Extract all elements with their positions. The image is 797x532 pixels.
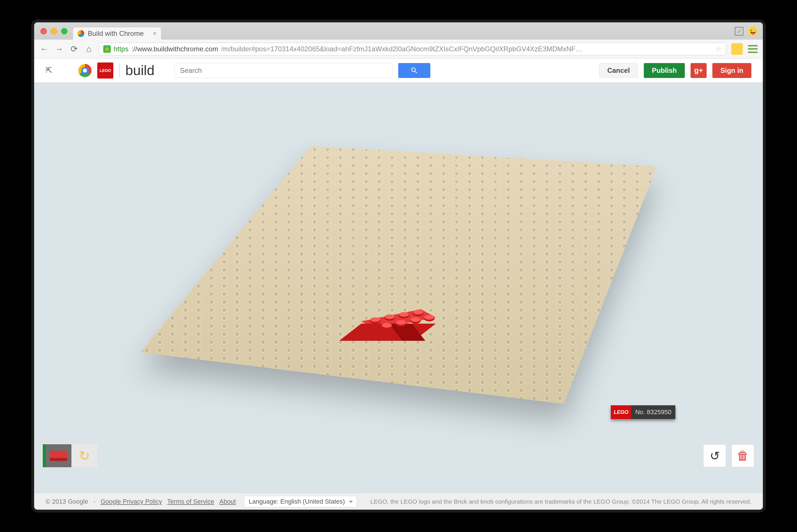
browser-tabstrip: Build with Chrome × ⤢ 😜 [34,22,763,40]
extension-lastpass-icon[interactable] [731,43,743,55]
footer-about-link[interactable]: About [219,498,236,505]
rotate-brick-button[interactable]: ↻ [71,444,97,467]
search-button[interactable] [398,63,430,78]
build-canvas[interactable]: LEGO No. 8325950 ↻ ↺ 🗑 [34,82,763,493]
cancel-button[interactable]: Cancel [599,63,638,78]
brick-icon [50,451,67,461]
footer-dash: - [93,498,95,505]
nav-back-icon[interactable]: ← [39,44,49,54]
google-plus-button[interactable]: g+ [691,63,707,78]
window-minimize-icon[interactable] [51,28,57,34]
plate-number-badge: LEGO No. 8325950 [611,405,675,419]
browser-tab[interactable]: Build with Chrome × [73,27,162,40]
bookmark-star-icon[interactable]: ☆ [716,45,722,53]
footer-copyright: © 2013 Google [46,498,88,505]
url-bar[interactable]: 🔒 https ://www.buildwithchrome.com /m/bu… [99,43,726,55]
baseplate-studs [140,146,657,404]
window-close-icon[interactable] [40,28,47,34]
canvas-controls: ↺ 🗑 [703,444,754,467]
fullscreen-icon[interactable]: ⤢ [735,27,743,36]
selected-brick-button[interactable] [46,444,71,467]
extension-emoji-icon[interactable]: 😜 [748,26,758,36]
app-header: ⇱ LEGO build Cancel Publish g+ Sign in [34,58,763,82]
sign-in-button[interactable]: Sign in [712,63,751,78]
history-button[interactable]: ↺ [703,444,726,467]
lock-icon: 🔒 [103,45,111,53]
delete-button[interactable]: 🗑 [731,444,754,467]
footer-terms-link[interactable]: Terms of Service [167,498,214,505]
url-host: ://www.buildwithchrome.com [131,45,218,53]
search-icon [410,66,418,75]
baseplate[interactable] [140,146,657,404]
search-input[interactable] [175,63,393,78]
app-footer: © 2013 Google - Google Privacy Policy Te… [34,493,763,510]
placed-brick[interactable] [361,309,436,341]
footer-legal: LEGO, the LEGO logo and the Brick and kn… [370,498,751,505]
window-traffic-lights [40,28,68,34]
brick-palette: ↻ [43,444,97,467]
url-scheme: https [114,45,128,53]
tab-close-icon[interactable]: × [153,30,157,37]
palette-handle[interactable] [43,444,46,467]
language-label: Language: English (United States) [249,498,345,505]
nav-forward-icon[interactable]: → [54,44,64,54]
chrome-menu-icon[interactable] [748,45,758,53]
lego-logo-icon: LEGO [97,62,113,78]
window-zoom-icon[interactable] [61,28,68,34]
language-select[interactable]: Language: English (United States) [244,496,357,507]
divider [119,64,120,77]
url-path: /m/builder#pos=170314x402065&load=ahFzfm… [221,45,582,53]
popout-icon[interactable]: ⇱ [46,65,55,75]
nav-reload-icon[interactable]: ⟳ [69,44,79,54]
history-icon: ↺ [710,449,720,463]
plate-number: No. 8325950 [631,405,675,419]
chrome-logo-icon [78,64,92,77]
browser-toolbar: ← → ⟳ ⌂ 🔒 https ://www.buildwithchrome.c… [34,40,763,58]
trash-icon: 🗑 [737,449,749,463]
rotate-icon: ↻ [79,448,90,463]
nav-home-icon[interactable]: ⌂ [84,44,94,54]
app-title: build [125,62,155,78]
publish-button[interactable]: Publish [644,63,685,78]
footer-privacy-link[interactable]: Google Privacy Policy [101,498,162,505]
tab-title: Build with Chrome [88,30,144,38]
tab-favicon-icon [77,30,84,37]
lego-badge-icon: LEGO [611,405,631,419]
